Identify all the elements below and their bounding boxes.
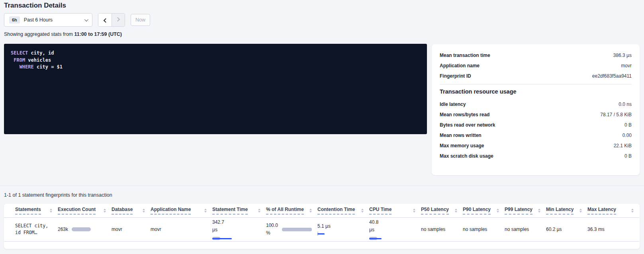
statements-count-caption: 1-1 of 1 statement fingerprints for this… — [4, 192, 112, 198]
sort-icon — [361, 209, 364, 213]
page-title: Transaction Details — [4, 2, 66, 10]
col-header-cpu-time[interactable]: CPU Time — [369, 204, 421, 217]
sort-icon — [50, 209, 52, 213]
resource-value: 78.17 / 5.8 KiB — [600, 112, 632, 117]
sort-icon — [538, 209, 540, 213]
summary-value: ee2df683f5aa9411 — [592, 73, 632, 79]
summary-row: Application name movr — [440, 61, 632, 71]
cpu-time-unit: µs — [369, 226, 415, 234]
sort-icon — [455, 209, 457, 213]
col-header-min-latency[interactable]: Min Latency — [546, 204, 587, 217]
resource-row: Mean rows written 0.00 — [440, 130, 632, 141]
sql-line: WHERE city = $1 — [11, 64, 420, 71]
col-header-max-latency[interactable]: Max Latency — [587, 204, 639, 217]
col-header-statements[interactable]: Statements — [4, 204, 58, 217]
resource-value: 0.00 — [622, 133, 632, 138]
cell-max-latency: 36.3 ms — [587, 217, 639, 241]
sql-query-box: SELECT city, id FROM vehicles WHERE city… — [4, 44, 427, 134]
time-nav-group — [98, 13, 125, 27]
table-header-row: Statements Execution Count Database Appl… — [4, 204, 639, 217]
time-range-label: Past 6 Hours — [24, 17, 53, 23]
col-header-application-name[interactable]: Application Name — [151, 204, 212, 217]
chevron-down-icon — [84, 18, 88, 21]
pct-runtime-bar — [282, 228, 312, 231]
statement-time-unit: µs — [212, 226, 260, 234]
summary-value: movr — [621, 63, 632, 68]
time-range-badge: 6h — [9, 16, 20, 23]
sort-icon — [143, 209, 145, 213]
cell-statement-time: 342.7 µs — [212, 217, 266, 241]
sort-icon — [309, 209, 312, 213]
col-header-statement-time[interactable]: Statement Time — [212, 204, 266, 217]
cell-min-latency: 60.2 µs — [546, 217, 587, 241]
resource-label: Max scratch disk usage — [440, 153, 493, 159]
resource-value: 0 B — [624, 122, 632, 128]
pct-runtime-value: 100.0 — [266, 222, 278, 229]
chevron-right-icon — [115, 17, 120, 21]
prev-time-button[interactable] — [98, 14, 112, 26]
cell-cpu-time: 40.8 µs — [369, 217, 421, 241]
cell-execution-count: 263k — [58, 217, 112, 241]
pct-runtime-unit: % — [266, 229, 278, 237]
section-divider — [0, 186, 644, 186]
col-header-contention-time[interactable]: Contention Time — [317, 204, 369, 217]
time-toolbar: 6h Past 6 Hours Now — [4, 13, 150, 27]
summary-label: Application name — [440, 63, 480, 68]
time-range-dropdown[interactable]: 6h Past 6 Hours — [4, 13, 92, 27]
col-header-pct-runtime[interactable]: % of All Runtime — [266, 204, 317, 217]
transaction-details-page: Transaction Details 6h Past 6 Hours Now … — [0, 0, 644, 254]
aggregated-stats-range: 11:00 to 17:59 (UTC) — [74, 31, 122, 37]
next-time-button[interactable] — [112, 14, 125, 26]
statement-time-bar — [212, 237, 260, 240]
resource-label: Bytes read over network — [440, 122, 495, 128]
sql-line: SELECT city, id — [11, 50, 420, 57]
col-header-p99-latency[interactable]: P99 Latency — [505, 204, 546, 217]
resource-label: Idle latency — [440, 102, 466, 107]
sort-icon — [497, 209, 499, 213]
chevron-left-icon — [103, 18, 108, 23]
cell-pct-runtime: 100.0 % — [266, 217, 317, 241]
summary-label: Mean transaction time — [440, 53, 490, 58]
resource-row: Mean rows/bytes read 78.17 / 5.8 KiB — [440, 109, 632, 120]
cell-contention-time: 5.1 µs — [317, 217, 369, 241]
col-header-p50-latency[interactable]: P50 Latency — [421, 204, 463, 217]
contention-time-value: 5.1 µs — [317, 223, 364, 229]
sort-icon — [258, 209, 260, 213]
statement-link[interactable]: SELECT city, id FROM… — [15, 223, 52, 236]
statement-time-value: 342.7 — [212, 219, 260, 226]
summary-row: Fingerprint ID ee2df683f5aa9411 — [440, 71, 632, 81]
cell-p99-latency: no samples — [505, 217, 546, 241]
cell-statement: SELECT city, id FROM… — [4, 217, 58, 241]
execution-count-value: 263k — [58, 227, 68, 232]
sort-icon — [413, 209, 415, 213]
now-button[interactable]: Now — [131, 14, 150, 26]
cell-p50-latency: no samples — [421, 217, 463, 241]
col-header-p90-latency[interactable]: P90 Latency — [463, 204, 505, 217]
sql-line: FROM vehicles — [11, 57, 420, 64]
cell-p90-latency: no samples — [463, 217, 505, 241]
resource-usage-title: Transaction resource usage — [440, 88, 632, 95]
resource-label: Mean rows/bytes read — [440, 112, 489, 117]
cell-application-name: movr — [151, 217, 212, 241]
summary-value: 386.3 µs — [613, 53, 632, 58]
resource-row: Idle latency 0.0 ns — [440, 99, 632, 109]
aggregated-stats-caption: Showing aggregated stats from 11:00 to 1… — [4, 31, 122, 37]
sort-icon — [631, 209, 634, 213]
statements-table: Statements Execution Count Database Appl… — [4, 204, 639, 242]
summary-divider — [440, 84, 632, 84]
col-header-execution-count[interactable]: Execution Count — [58, 204, 112, 217]
resource-label: Max memory usage — [440, 143, 484, 148]
execution-count-bar — [72, 227, 91, 231]
aggregated-stats-prefix: Showing aggregated stats from — [4, 31, 74, 37]
table-row: SELECT city, id FROM… 263k movr movr — [4, 217, 639, 241]
resource-value: 22.1 KiB — [614, 143, 632, 148]
resource-value: 0.0 ns — [619, 102, 632, 107]
sort-icon — [204, 209, 207, 213]
sort-icon — [579, 209, 582, 213]
summary-label: Fingerprint ID — [440, 73, 471, 79]
sort-icon — [104, 209, 106, 213]
resource-label: Mean rows written — [440, 133, 482, 138]
resource-value: 0 B — [624, 153, 632, 159]
col-header-database[interactable]: Database — [112, 204, 151, 217]
statements-table-card: Statements Execution Count Database Appl… — [4, 204, 640, 249]
